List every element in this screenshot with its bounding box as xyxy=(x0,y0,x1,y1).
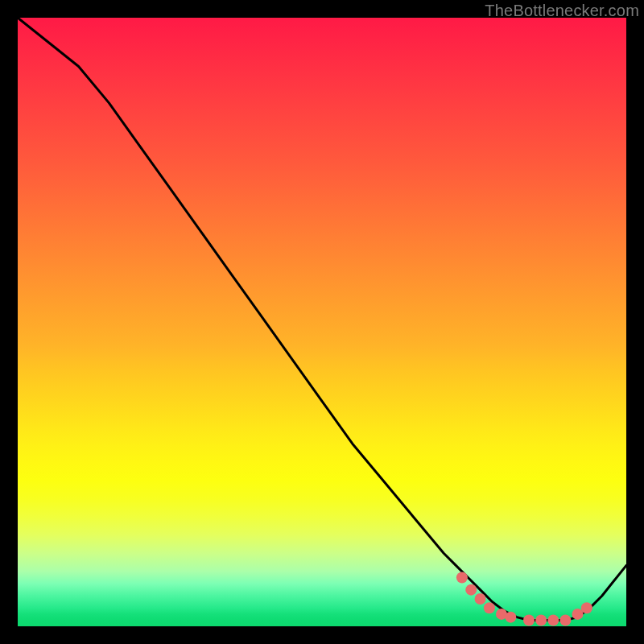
plot-area xyxy=(18,18,626,626)
marker-dot xyxy=(465,584,477,596)
marker-dot xyxy=(505,612,516,623)
chart-frame: TheBottlenecker.com xyxy=(0,0,644,644)
marker-dot xyxy=(559,614,571,625)
marker-dot xyxy=(484,602,495,613)
marker-dot xyxy=(547,614,559,625)
marker-dot xyxy=(581,602,592,613)
marker-dot xyxy=(475,593,486,605)
bottleneck-curve xyxy=(18,18,626,620)
bottleneck-curve-chart xyxy=(18,18,626,626)
marker-dot xyxy=(535,614,547,625)
marker-dot xyxy=(456,572,468,584)
marker-dot xyxy=(523,614,535,625)
